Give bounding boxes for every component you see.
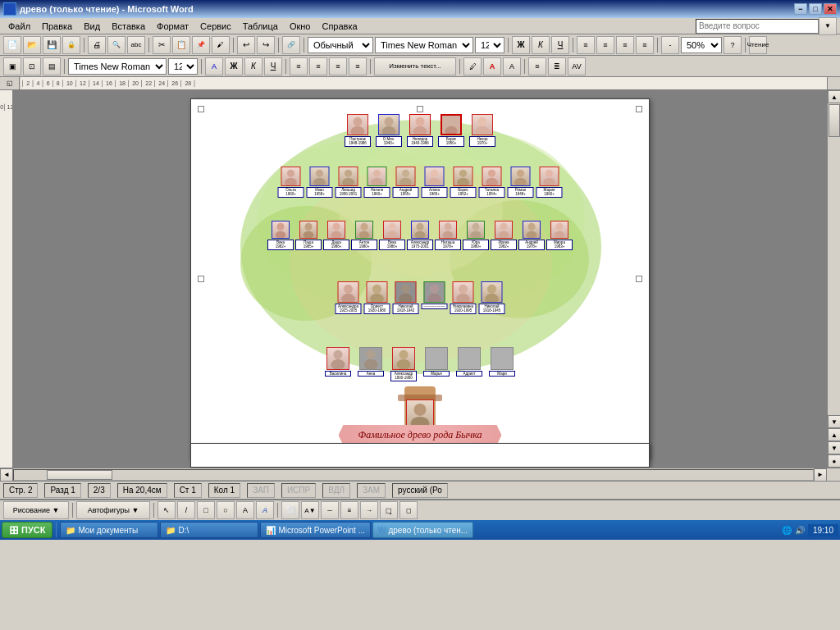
fontcolor-button[interactable]: A bbox=[205, 57, 223, 75]
search-button[interactable]: ▼ bbox=[819, 17, 837, 35]
wordart-tool[interactable]: A bbox=[256, 501, 274, 519]
svg-point-58 bbox=[472, 223, 479, 231]
textbox-tool[interactable]: A bbox=[236, 501, 254, 519]
print-button[interactable]: 🖨 bbox=[88, 36, 106, 54]
menu-insert[interactable]: Вставка bbox=[107, 20, 150, 33]
draw-line-style[interactable]: ≡ bbox=[340, 501, 358, 519]
rect-tool[interactable]: □ bbox=[197, 501, 215, 519]
draw-menu-button[interactable]: Рисование ▼ bbox=[3, 501, 69, 519]
font-select[interactable]: Times New Roman bbox=[375, 37, 473, 53]
selection-handle-tr[interactable] bbox=[636, 106, 642, 112]
vertical-scrollbar[interactable]: ▲ ▼ ▲ ▼ ● bbox=[827, 90, 840, 468]
start-button[interactable]: ⊞ ПУСК bbox=[2, 522, 52, 538]
draw-arrow-style[interactable]: → bbox=[360, 501, 378, 519]
size-select[interactable]: 12 bbox=[475, 37, 504, 53]
autoshapes-button[interactable]: Автофигуры ▼ bbox=[76, 501, 150, 519]
draw-font-select[interactable]: Times New Roman bbox=[68, 58, 167, 75]
aligncenter-button[interactable]: ≡ bbox=[596, 36, 614, 54]
menu-window[interactable]: Окно bbox=[285, 20, 316, 33]
readmode-button[interactable]: Чтение bbox=[749, 36, 767, 54]
selection-handle-tm[interactable] bbox=[417, 106, 423, 112]
draw-align-r[interactable]: ≡ bbox=[329, 57, 347, 75]
draw-extra-2[interactable]: A bbox=[483, 57, 501, 75]
scroll-extra-3[interactable]: ● bbox=[828, 454, 840, 468]
scroll-up-button[interactable]: ▲ bbox=[828, 90, 840, 103]
taskbar-item-3[interactable]: W древо (только чтен... bbox=[372, 522, 473, 538]
draw-italic[interactable]: К bbox=[244, 57, 262, 75]
draw-linecolor[interactable]: ─ bbox=[321, 501, 339, 519]
hscroll-right[interactable]: ► bbox=[814, 468, 827, 482]
zoom-select[interactable]: 50% bbox=[681, 37, 722, 53]
draw-btn-3[interactable]: ▤ bbox=[43, 57, 61, 75]
alignleft-button[interactable]: ≡ bbox=[577, 36, 595, 54]
draw-align-c[interactable]: ≡ bbox=[309, 57, 327, 75]
draw-color-1[interactable]: ⬜ bbox=[281, 501, 299, 519]
scroll-thumb[interactable] bbox=[829, 104, 840, 137]
draw-extra-3[interactable]: A bbox=[503, 57, 521, 75]
hyperlink-button[interactable]: 🔗 bbox=[282, 36, 300, 54]
draw-shadow[interactable]: ◻ bbox=[399, 501, 418, 519]
style-select[interactable]: Обычный bbox=[308, 37, 373, 53]
selection-handle-ml[interactable] bbox=[198, 276, 204, 282]
paste-button[interactable]: 📌 bbox=[192, 36, 210, 54]
scroll-extra-1[interactable]: ▲ bbox=[828, 428, 840, 441]
hscroll-left[interactable]: ◄ bbox=[0, 468, 13, 482]
justify-button[interactable]: ≡ bbox=[636, 36, 654, 54]
save-button[interactable]: 💾 bbox=[43, 36, 61, 54]
menu-view[interactable]: Вид bbox=[79, 20, 105, 33]
permissions-button[interactable]: 🔒 bbox=[62, 36, 80, 54]
draw-extra-4[interactable]: ≡ bbox=[528, 57, 546, 75]
ruler-corner[interactable]: ◱ bbox=[0, 77, 20, 90]
line-tool[interactable]: / bbox=[177, 501, 195, 519]
menu-edit[interactable]: Правка bbox=[37, 20, 77, 33]
open-button[interactable]: 📂 bbox=[23, 36, 41, 54]
new-button[interactable]: 📄 bbox=[3, 36, 21, 54]
selection-handle-tl[interactable] bbox=[198, 106, 204, 112]
draw-color-2[interactable]: A▼ bbox=[301, 501, 319, 519]
taskbar-item-1[interactable]: 📁 D:\ bbox=[160, 522, 258, 538]
menu-format[interactable]: Формат bbox=[152, 20, 194, 33]
menu-tools[interactable]: Сервис bbox=[195, 20, 236, 33]
draw-size-select[interactable]: 12 bbox=[168, 58, 198, 75]
horizontal-scrollbar[interactable]: ◄ ► bbox=[0, 468, 840, 481]
cut-button[interactable]: ✂ bbox=[153, 36, 171, 54]
alignright-button[interactable]: ≡ bbox=[616, 36, 634, 54]
draw-btn-2[interactable]: ⊡ bbox=[23, 57, 41, 75]
menu-help[interactable]: Справка bbox=[317, 20, 362, 33]
undo-button[interactable]: ↩ bbox=[237, 36, 255, 54]
hscroll-thumb[interactable] bbox=[47, 470, 112, 480]
zoom-out[interactable]: - bbox=[661, 36, 679, 54]
selection-handle-mr[interactable] bbox=[636, 276, 642, 282]
menu-file[interactable]: Файл bbox=[3, 20, 35, 33]
draw-underline[interactable]: Ч bbox=[264, 57, 282, 75]
search-input[interactable] bbox=[696, 19, 819, 34]
draw-extra-6[interactable]: AV bbox=[568, 57, 586, 75]
ellipse-tool[interactable]: ○ bbox=[217, 501, 235, 519]
menu-table[interactable]: Таблица bbox=[238, 20, 283, 33]
italic-button[interactable]: К bbox=[532, 36, 550, 54]
minimize-button[interactable]: − bbox=[794, 3, 807, 15]
draw-btn-1[interactable]: ▣ bbox=[3, 57, 21, 75]
formatpainter-button[interactable]: 🖌 bbox=[212, 36, 230, 54]
taskbar-item-2[interactable]: 📊 Microsoft PowerPoint ... bbox=[260, 522, 371, 538]
scroll-down-button[interactable]: ▼ bbox=[828, 415, 840, 428]
draw-extra-1[interactable]: 🖊 bbox=[463, 57, 482, 75]
maximize-button[interactable]: □ bbox=[809, 3, 822, 15]
change-text-btn[interactable]: Изменить текст... bbox=[374, 57, 456, 75]
copy-button[interactable]: 📋 bbox=[172, 36, 190, 54]
bold-button[interactable]: Ж bbox=[512, 36, 530, 54]
close-button[interactable]: ✕ bbox=[824, 3, 837, 15]
redo-button[interactable]: ↪ bbox=[257, 36, 275, 54]
taskbar-item-0[interactable]: 📁 Мои документы bbox=[60, 522, 158, 538]
help-button[interactable]: ? bbox=[724, 36, 742, 54]
arrow-tool[interactable]: ↖ bbox=[158, 501, 176, 519]
draw-3d[interactable]: □̤ bbox=[380, 501, 398, 519]
draw-align-l[interactable]: ≡ bbox=[290, 57, 308, 75]
printpreview-button[interactable]: 🔍 bbox=[107, 36, 126, 54]
spellcheck-button[interactable]: abc bbox=[127, 36, 145, 54]
draw-align-j[interactable]: ≡ bbox=[349, 57, 367, 75]
draw-bold[interactable]: Ж bbox=[225, 57, 243, 75]
draw-extra-5[interactable]: ≣ bbox=[548, 57, 566, 75]
underline-button[interactable]: Ч bbox=[551, 36, 569, 54]
scroll-extra-2[interactable]: ▼ bbox=[828, 441, 840, 454]
